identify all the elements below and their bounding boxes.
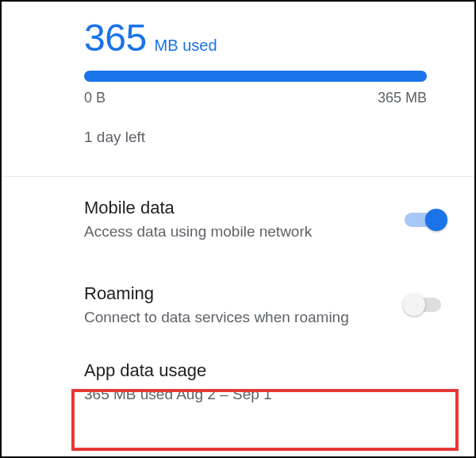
- roaming-title: Roaming: [84, 283, 389, 304]
- progress-end-label: 365 MB: [378, 90, 427, 106]
- mobile-data-switch[interactable]: [405, 208, 446, 232]
- mobile-data-subtitle: Access data using mobile network: [84, 221, 389, 242]
- days-left-label: 1 day left: [84, 129, 452, 146]
- mobile-data-text: Mobile data Access data using mobile net…: [84, 198, 405, 242]
- usage-unit-label: MB used: [155, 37, 217, 55]
- data-usage-summary: 365 MB used 0 B 365 MB 1 day left: [2, 2, 474, 176]
- usage-progress-labels: 0 B 365 MB: [84, 90, 427, 106]
- roaming-subtitle: Connect to data services when roaming: [84, 307, 389, 328]
- app-data-usage-subtitle: 365 MB used Aug 2 – Sep 1: [84, 384, 446, 405]
- app-data-usage-row[interactable]: App data usage 365 MB used Aug 2 – Sep 1: [2, 348, 474, 418]
- usage-amount: 365: [84, 16, 147, 60]
- usage-progress-bar: [84, 71, 427, 82]
- switch-thumb: [425, 209, 447, 231]
- app-data-usage-title: App data usage: [84, 360, 446, 381]
- roaming-switch[interactable]: [405, 293, 446, 317]
- roaming-text: Roaming Connect to data services when ro…: [84, 283, 405, 328]
- mobile-data-title: Mobile data: [84, 198, 389, 218]
- switch-thumb: [403, 294, 425, 316]
- mobile-data-row[interactable]: Mobile data Access data using mobile net…: [2, 177, 474, 263]
- usage-line: 365 MB used: [84, 16, 452, 60]
- roaming-row[interactable]: Roaming Connect to data services when ro…: [2, 263, 474, 348]
- progress-start-label: 0 B: [84, 90, 106, 106]
